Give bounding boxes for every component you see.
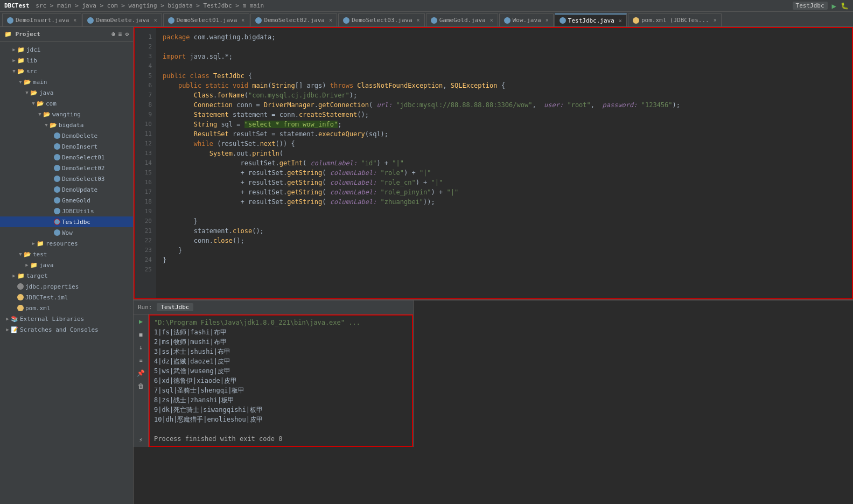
- tab-gamegold[interactable]: GameGold.java ×: [426, 13, 498, 26]
- output-line: 6|xd|德鲁伊|xiaode|皮甲: [154, 376, 408, 386]
- tab-close[interactable]: ×: [73, 17, 76, 23]
- run-settings-button[interactable]: ⚡: [136, 435, 146, 445]
- tab-close[interactable]: ×: [546, 17, 549, 23]
- tab-close[interactable]: ×: [714, 17, 717, 23]
- tab-icon: [168, 17, 174, 24]
- run-tab-header: Run: TestJdbc: [134, 300, 413, 314]
- tab-close[interactable]: ×: [241, 17, 244, 23]
- sidebar-item-test-java[interactable]: ▶ 📁 java: [0, 260, 133, 270]
- tab-demodelete[interactable]: DemoDelete.java ×: [82, 13, 162, 26]
- run-wrap-button[interactable]: ≡: [136, 355, 146, 365]
- tree-label: java: [39, 89, 54, 96]
- output-line: 4|dz|盗贼|daoze1|皮甲: [154, 356, 408, 366]
- tab-icon: [7, 17, 13, 24]
- sidebar-item-com[interactable]: ▼ 📂 com: [0, 98, 133, 109]
- output-line: 5|ws|武僧|wuseng|皮甲: [154, 366, 408, 376]
- tab-close[interactable]: ×: [417, 17, 420, 23]
- sidebar-item-main[interactable]: ▼ 📂 main: [0, 76, 133, 87]
- sidebar-item-resources[interactable]: ▶ 📁 resources: [0, 238, 133, 249]
- sidebar-item-target[interactable]: ▶ 📁 target: [0, 270, 133, 281]
- tree-label: lib: [26, 57, 37, 64]
- sidebar-item-jdbctestiml[interactable]: JDBCTest.iml: [0, 292, 133, 303]
- tree-label: jdci: [26, 46, 41, 53]
- tab-close[interactable]: ×: [154, 17, 157, 23]
- tree-label: JDBCTest.iml: [25, 294, 68, 301]
- folder-icon: 📂: [43, 111, 51, 118]
- tab-label: DemoSelect02.java: [264, 17, 325, 24]
- sidebar-item-src[interactable]: ▼ 📂 src: [0, 66, 133, 76]
- file-icon: [54, 219, 60, 225]
- window-title: DBCTest: [4, 2, 29, 9]
- tree-label: DemoDelete: [62, 132, 97, 139]
- tree-label: External Libraries: [20, 316, 84, 323]
- sidebar-icon-3[interactable]: ⚙: [125, 31, 129, 38]
- tab-close[interactable]: ×: [490, 17, 493, 23]
- tab-close[interactable]: ×: [329, 17, 332, 23]
- tab-demoselect02[interactable]: DemoSelect02.java ×: [250, 13, 337, 26]
- tab-pomxml[interactable]: pom.xml (JDBCTes... ×: [628, 13, 722, 26]
- code-editor[interactable]: 12345 678910 1112131415 1617181920 21222…: [134, 27, 853, 299]
- sidebar-item-demoselect03[interactable]: DemoSelect03: [0, 173, 133, 184]
- sidebar-item-testjdbc[interactable]: TestJdbc: [0, 216, 133, 227]
- sidebar-item-test[interactable]: ▼ 📂 test: [0, 249, 133, 260]
- tab-wow[interactable]: Wow.java ×: [499, 13, 554, 26]
- main-area: 📁 Project ⊕ ≡ ⚙ ▶ 📁 jdci ▶ 📁 lib: [0, 27, 853, 504]
- sidebar-item-scratches[interactable]: ▶ 📝 Scratches and Consoles: [0, 324, 133, 335]
- tab-label: DemoDelete.java: [96, 17, 149, 24]
- sidebar-item-demoupdate[interactable]: DemoUpdate: [0, 184, 133, 195]
- run-pin-button[interactable]: 📌: [136, 368, 146, 378]
- folder-icon: 📁: [30, 262, 38, 269]
- sidebar-item-java[interactable]: ▼ 📂 java: [0, 87, 133, 98]
- run-bottom-content: ▶ ■ ↓ ≡ 📌 🗑 ⚡ "D:\Program Files\Java\jdk…: [134, 314, 413, 447]
- tree-label: pom.xml: [25, 305, 50, 312]
- sidebar-item-jdci[interactable]: ▶ 📁 jdci: [0, 44, 133, 55]
- sidebar-icon-2[interactable]: ≡: [118, 31, 122, 38]
- tree-label: Scratches and Consoles: [20, 326, 99, 333]
- sidebar-item-wangting[interactable]: ▼ 📂 wangting: [0, 109, 133, 120]
- folder-icon: 📂: [50, 122, 57, 129]
- sidebar-item-jdbcutils[interactable]: JDBCUtils: [0, 206, 133, 216]
- tab-demoselect01[interactable]: DemoSelect01.java ×: [163, 13, 250, 26]
- sidebar-item-gamegold[interactable]: GameGold: [0, 195, 133, 206]
- sidebar-tree: ▶ 📁 jdci ▶ 📁 lib ▼ 📂 src ▼: [0, 42, 133, 504]
- run-button[interactable]: ▶: [832, 2, 836, 10]
- sidebar-item-demoselect01[interactable]: DemoSelect01: [0, 152, 133, 163]
- tree-label: Wow: [62, 229, 73, 236]
- sidebar-item-demoselect02[interactable]: DemoSelect02: [0, 163, 133, 173]
- tree-label: DemoInsert: [62, 143, 97, 150]
- run-tab-name[interactable]: TestJdbc: [157, 303, 194, 311]
- sidebar-item-wow[interactable]: Wow: [0, 227, 133, 238]
- folder-icon: 📝: [11, 326, 18, 333]
- sidebar-item-lib[interactable]: ▶ 📁 lib: [0, 55, 133, 66]
- output-exit-line: Process finished with exit code 0: [154, 434, 408, 444]
- code-content-area[interactable]: package com.wangting.bigdata; import jav…: [156, 28, 852, 298]
- tree-label: DemoUpdate: [62, 186, 97, 193]
- sidebar: 📁 Project ⊕ ≡ ⚙ ▶ 📁 jdci ▶ 📁 lib: [0, 27, 134, 504]
- folder-icon: 📁: [17, 57, 25, 64]
- tree-label: com: [46, 100, 57, 107]
- sidebar-item-bigdata[interactable]: ▼ 📂 bigdata: [0, 120, 133, 130]
- sidebar-item-demoinsert[interactable]: DemoInsert: [0, 141, 133, 152]
- run-trash-button[interactable]: 🗑: [136, 381, 146, 391]
- sidebar-item-jdbcproperties[interactable]: jdbc.properties: [0, 281, 133, 292]
- run-play-button[interactable]: ▶: [136, 317, 146, 326]
- output-line: 3|ss|术士|shushi|布甲: [154, 347, 408, 356]
- tab-icon: [633, 17, 639, 24]
- sidebar-icon-1[interactable]: ⊕: [111, 31, 115, 38]
- tab-testjdbc[interactable]: TestJdbc.java ×: [555, 13, 627, 26]
- tab-close[interactable]: ×: [619, 18, 622, 24]
- file-icon: [54, 176, 60, 182]
- tree-label: java: [39, 262, 54, 269]
- folder-icon: 📁: [37, 240, 44, 247]
- run-config-label: TestJdbc: [793, 2, 828, 10]
- tab-demoinsert[interactable]: DemoInsert.java ×: [2, 13, 81, 26]
- sidebar-item-pomxml[interactable]: pom.xml: [0, 303, 133, 313]
- tab-demoselect03[interactable]: DemoSelect03.java ×: [338, 13, 425, 26]
- sidebar-item-external-libs[interactable]: ▶ 📚 External Libraries: [0, 313, 133, 324]
- file-icon: [54, 208, 60, 214]
- sidebar-item-demodelete[interactable]: DemoDelete: [0, 130, 133, 141]
- run-scroll-down[interactable]: ↓: [136, 342, 146, 352]
- debug-button[interactable]: 🐛: [841, 2, 849, 10]
- tab-label: DemoSelect01.java: [177, 17, 237, 24]
- run-stop-button[interactable]: ■: [136, 330, 146, 339]
